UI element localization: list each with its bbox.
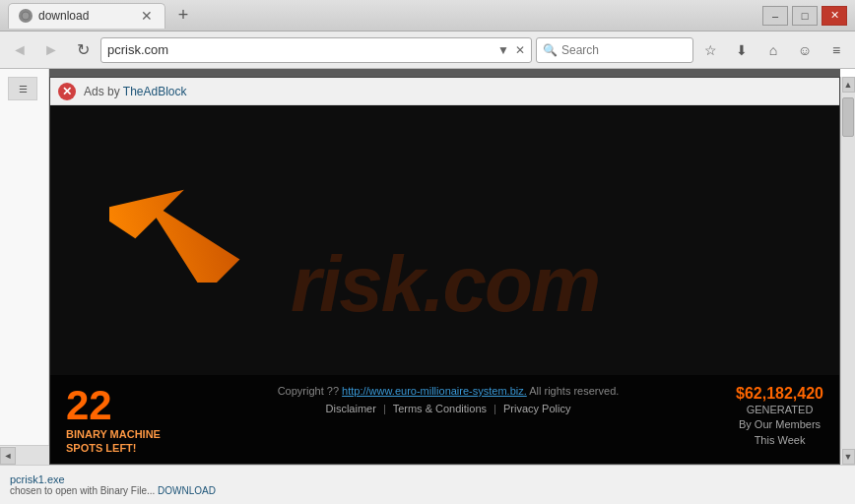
- tab-favicon: [19, 9, 33, 23]
- menu-icon[interactable]: ≡: [823, 37, 849, 63]
- separator-1: |: [383, 403, 386, 414]
- big-number: 22: [66, 385, 161, 426]
- spots-line2: SPOTS LEFT!: [66, 442, 161, 454]
- search-icon: 🔍: [543, 43, 558, 57]
- minimize-button[interactable]: –: [762, 6, 788, 26]
- privacy-link[interactable]: Privacy Policy: [503, 403, 570, 414]
- scroll-track: [841, 93, 855, 449]
- disclaimer-link[interactable]: Disclaimer: [326, 403, 376, 414]
- svg-point-0: [22, 12, 30, 20]
- ad-header: ✕ Ads by TheAdBlock: [50, 78, 839, 105]
- dropdown-icon[interactable]: ▼: [497, 43, 509, 57]
- download-icon[interactable]: ⬇: [729, 37, 755, 63]
- ad-content: risk.com: [50, 105, 839, 464]
- home-icon[interactable]: ⌂: [760, 37, 786, 63]
- generated-label-3: This Week: [736, 433, 823, 448]
- search-input[interactable]: [561, 43, 687, 57]
- clear-address-icon[interactable]: ✕: [515, 43, 525, 57]
- forward-button[interactable]: ►: [37, 36, 65, 64]
- copyright-label: Copyright ??: [278, 385, 339, 397]
- address-bar-icons: ▼ ✕: [497, 43, 525, 57]
- tab-title: download: [38, 9, 133, 23]
- search-bar-container: 🔍: [536, 37, 693, 63]
- download-info: pcrisk1.exe chosen to open with Binary F…: [10, 473, 845, 496]
- generated-label-1: GENERATED: [736, 403, 823, 417]
- ad-label: Ads by TheAdBlock: [84, 85, 187, 98]
- nav-icons-right: ☆ ⬇ ⌂ ☺ ≡: [697, 37, 849, 63]
- address-bar[interactable]: [107, 42, 497, 57]
- download-bar: pcrisk1.exe chosen to open with Binary F…: [0, 465, 855, 504]
- scroll-down-button[interactable]: ▼: [842, 449, 855, 465]
- title-bar: download ✕ + – □ ✕: [0, 0, 855, 32]
- download-link[interactable]: DOWNLOAD: [158, 485, 216, 496]
- rights-text: All rights reserved.: [529, 385, 619, 397]
- ad-bottom-inner: 22 BINARY MACHINE SPOTS LEFT! Copyright …: [66, 385, 823, 454]
- ads-by-text: Ads by: [84, 85, 120, 98]
- generated-label-2: By Our Members: [736, 417, 823, 432]
- scroll-thumb[interactable]: [842, 97, 854, 137]
- advertiser-link[interactable]: TheAdBlock: [123, 85, 187, 98]
- download-description: chosen to open with Binary File... DOWNL…: [10, 485, 845, 496]
- tab-close-button[interactable]: ✕: [139, 8, 155, 24]
- svg-marker-1: [109, 156, 246, 283]
- terms-link[interactable]: Terms & Conditions: [393, 403, 487, 414]
- footer-links: Disclaimer | Terms & Conditions | Privac…: [180, 403, 716, 414]
- bookmark-icon[interactable]: ☆: [697, 37, 723, 63]
- close-button[interactable]: ✕: [822, 6, 847, 26]
- reload-button[interactable]: ↻: [69, 36, 97, 64]
- left-stats: 22 BINARY MACHINE SPOTS LEFT!: [66, 385, 161, 454]
- user-icon[interactable]: ☺: [792, 37, 818, 63]
- maximize-button[interactable]: □: [792, 6, 818, 26]
- money-amount: $62,182,420: [736, 385, 823, 403]
- left-sidebar: ☰: [0, 69, 49, 484]
- separator-2: |: [493, 403, 496, 414]
- window-controls: – □ ✕: [762, 6, 847, 26]
- content-area: Video Update Recommended ▲ Click ☰ ✕ Ads…: [0, 69, 855, 504]
- browser-window: download ✕ + – □ ✕ ◄ ► ↻ ▼ ✕ 🔍 ☆: [0, 0, 855, 504]
- sidebar-icon-1: ☰: [8, 77, 37, 100]
- ad-popup: ✕ Ads by TheAdBlock risk.com: [49, 77, 840, 465]
- arrow-container: [109, 125, 287, 286]
- new-tab-button[interactable]: +: [169, 3, 197, 29]
- euro-link[interactable]: http://www.euro-millionaire-system.biz.: [342, 385, 527, 397]
- watermark-text: risk.com: [291, 239, 599, 330]
- ad-bottom-section: 22 BINARY MACHINE SPOTS LEFT! Copyright …: [50, 375, 839, 464]
- download-filename[interactable]: pcrisk1.exe: [10, 473, 845, 485]
- chosen-text: chosen to open with Binary File...: [10, 485, 155, 496]
- center-footer: Copyright ?? http://www.euro-millionaire…: [161, 385, 736, 414]
- navigation-bar: ◄ ► ↻ ▼ ✕ 🔍 ☆ ⬇ ⌂ ☺ ≡: [0, 32, 855, 69]
- arrow-icon: [109, 125, 287, 283]
- scroll-up-button[interactable]: ▲: [842, 77, 855, 93]
- back-button[interactable]: ◄: [6, 36, 33, 64]
- scroll-left-button[interactable]: ◄: [0, 447, 16, 465]
- address-bar-container: ▼ ✕: [100, 37, 532, 63]
- spots-line1: BINARY MACHINE: [66, 428, 161, 440]
- tab-area: download ✕ +: [8, 3, 762, 29]
- ad-close-button[interactable]: ✕: [58, 83, 76, 100]
- right-scrollbar: ▲ ▼: [840, 77, 855, 465]
- copyright-text: Copyright ?? http://www.euro-millionaire…: [180, 385, 716, 397]
- right-stats: $62,182,420 GENERATED By Our Members Thi…: [736, 385, 823, 448]
- active-tab[interactable]: download ✕: [8, 3, 165, 29]
